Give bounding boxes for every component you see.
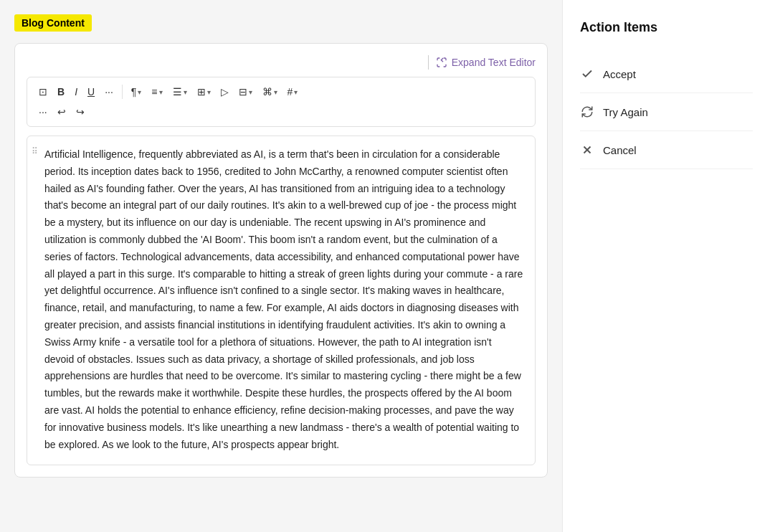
toolbar: ⊡ B I U ··· ¶ ▾ bbox=[27, 77, 536, 127]
chevron-icon: ▾ bbox=[159, 88, 163, 96]
redo-icon: ↪ bbox=[76, 106, 85, 118]
code-block-icon: ⊡ bbox=[39, 86, 47, 98]
video-button[interactable]: ▷ bbox=[217, 83, 233, 100]
table-icon: ⊟ bbox=[239, 86, 247, 98]
code-block-button[interactable]: ⊡ bbox=[34, 83, 52, 100]
italic-icon: I bbox=[75, 86, 77, 98]
drag-handle-icon: ⠿ bbox=[32, 146, 38, 156]
try-again-action[interactable]: Try Again bbox=[580, 93, 753, 131]
x-icon bbox=[580, 143, 594, 157]
hashtag-icon: # bbox=[287, 86, 293, 98]
underline-icon: U bbox=[87, 86, 95, 98]
blog-content-label: Blog Content bbox=[14, 14, 92, 32]
underline-button[interactable]: U bbox=[83, 83, 99, 100]
image-icon: ⊞ bbox=[197, 86, 206, 98]
paragraph-button[interactable]: ¶ ▾ bbox=[127, 83, 146, 100]
check-icon bbox=[580, 67, 594, 81]
editor-container: Expand Text Editor ⊡ B I U ··· bbox=[14, 43, 548, 478]
blog-text-content: Artificial Intelligence, frequently abbr… bbox=[39, 146, 523, 453]
table-button[interactable]: ⊟ ▾ bbox=[234, 83, 257, 100]
chevron-icon: ▾ bbox=[138, 88, 141, 96]
list-icon: ☰ bbox=[173, 86, 182, 98]
undo-icon: ↩ bbox=[57, 106, 66, 118]
chevron-icon: ▾ bbox=[207, 88, 211, 96]
toolbar-row-1: ⊡ B I U ··· ¶ ▾ bbox=[34, 83, 528, 100]
expand-icon bbox=[436, 57, 447, 68]
sep1 bbox=[122, 85, 123, 99]
bold-icon: B bbox=[57, 86, 65, 98]
main-panel: Blog Content Expand Text Editor ⊡ B bbox=[0, 0, 562, 532]
try-again-label: Try Again bbox=[603, 106, 648, 118]
link-icon: ⌘ bbox=[262, 86, 272, 98]
paragraph-icon: ¶ bbox=[131, 86, 137, 98]
divider bbox=[428, 55, 429, 70]
accept-action[interactable]: Accept bbox=[580, 55, 753, 93]
undo-button[interactable]: ↩ bbox=[53, 103, 70, 120]
link-button[interactable]: ⌘ ▾ bbox=[258, 83, 282, 100]
italic-button[interactable]: I bbox=[70, 83, 82, 100]
resize-handle-icon[interactable] bbox=[523, 453, 532, 462]
action-items-title: Action Items bbox=[580, 20, 753, 35]
chevron-icon: ▾ bbox=[184, 88, 187, 96]
list-button[interactable]: ☰ ▾ bbox=[168, 83, 191, 100]
more-icon: ··· bbox=[39, 106, 47, 118]
redo-button[interactable]: ↪ bbox=[72, 103, 89, 120]
align-icon: ≡ bbox=[151, 86, 157, 98]
toolbar-row-2: ··· ↩ ↪ bbox=[34, 103, 528, 120]
expand-row: Expand Text Editor bbox=[27, 55, 536, 70]
cancel-action[interactable]: Cancel bbox=[580, 131, 753, 169]
align-button[interactable]: ≡ ▾ bbox=[147, 83, 166, 100]
refresh-icon bbox=[580, 105, 594, 119]
text-editor-area[interactable]: ⠿ Artificial Intelligence, frequently ab… bbox=[27, 136, 536, 465]
chevron-icon: ▾ bbox=[249, 88, 252, 96]
hashtag-button[interactable]: # ▾ bbox=[283, 83, 303, 100]
ellipsis-icon: ··· bbox=[105, 86, 113, 98]
bold-button[interactable]: B bbox=[53, 83, 69, 100]
cancel-label: Cancel bbox=[603, 144, 637, 156]
more-text-button[interactable]: ··· bbox=[100, 83, 118, 100]
sidebar: Action Items Accept Try Again Cance bbox=[562, 0, 770, 532]
expand-text-label: Expand Text Editor bbox=[452, 57, 536, 68]
image-button[interactable]: ⊞ ▾ bbox=[193, 83, 215, 100]
more-button[interactable]: ··· bbox=[34, 103, 52, 120]
accept-label: Accept bbox=[603, 68, 636, 80]
video-icon: ▷ bbox=[221, 86, 229, 98]
expand-text-editor-button[interactable]: Expand Text Editor bbox=[436, 55, 536, 70]
chevron-icon: ▾ bbox=[274, 88, 277, 96]
chevron-icon: ▾ bbox=[294, 88, 298, 96]
